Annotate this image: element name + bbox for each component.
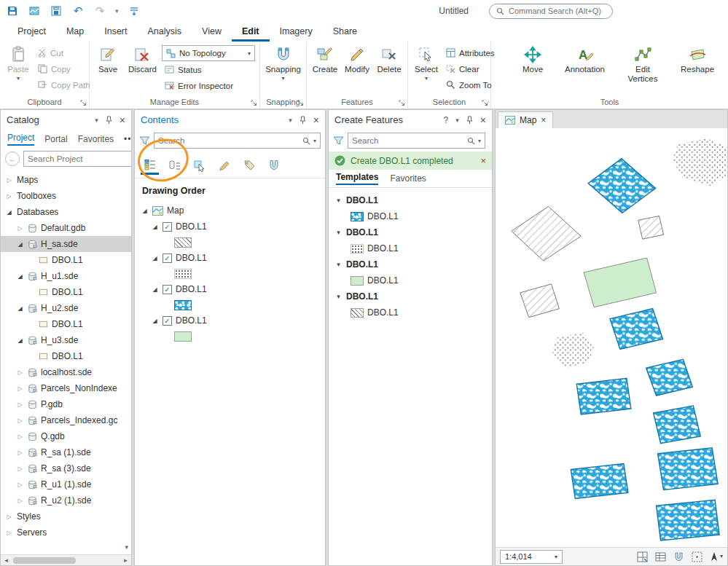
filter-icon[interactable] bbox=[139, 135, 150, 146]
catalog-search-input[interactable] bbox=[28, 154, 132, 163]
symbol-swatch-dots[interactable] bbox=[174, 269, 192, 279]
redo-icon[interactable]: ↷ bbox=[93, 4, 106, 17]
search-dropdown-icon[interactable]: ▾ bbox=[478, 138, 481, 144]
create-features-search-input[interactable] bbox=[352, 136, 464, 145]
template-item[interactable]: DBO.L1 bbox=[329, 304, 492, 321]
map-view-tab[interactable]: Map × bbox=[498, 111, 553, 128]
catalog-tree-item[interactable]: ▷Q.gdb bbox=[1, 428, 131, 444]
contents-layer-item[interactable]: ◢✓DBO.L1 bbox=[135, 250, 325, 266]
catalog-tree-item[interactable]: ◢Databases bbox=[1, 204, 131, 220]
reshape-tool-button[interactable]: Reshape bbox=[677, 44, 718, 74]
symbol-swatch-camo[interactable] bbox=[174, 300, 192, 310]
tab-edit[interactable]: Edit bbox=[232, 22, 270, 42]
clipboard-dialog-launcher-icon[interactable] bbox=[80, 100, 87, 106]
map-feature-hatch[interactable] bbox=[520, 284, 560, 318]
map-feature-camo[interactable] bbox=[588, 159, 655, 213]
tree-expander-icon[interactable]: ◢ bbox=[16, 305, 24, 312]
template-group[interactable]: ▾DBO.L1 bbox=[329, 256, 492, 272]
list-by-data-source-icon[interactable] bbox=[165, 156, 184, 175]
catalog-tree-item[interactable]: ◢H_u1.sde bbox=[1, 268, 131, 284]
catalog-tree-item[interactable]: DBO.L1 bbox=[1, 252, 131, 268]
list-by-selection-icon[interactable] bbox=[190, 156, 208, 175]
template-item[interactable]: DBO.L1 bbox=[329, 208, 492, 224]
catalog-tree-item[interactable]: ◢H_sa.sde bbox=[1, 236, 131, 252]
pin-icon[interactable] bbox=[300, 116, 306, 125]
manage-edits-dialog-launcher-icon[interactable] bbox=[251, 100, 257, 106]
map-feature-green[interactable] bbox=[584, 258, 656, 307]
tree-expander-icon[interactable]: ◢ bbox=[151, 318, 159, 324]
select-dropdown-icon[interactable]: ▾ bbox=[425, 76, 428, 81]
snapping-dialog-launcher-icon[interactable] bbox=[297, 100, 304, 106]
create-button[interactable]: Create bbox=[310, 44, 340, 74]
scroll-right-icon[interactable]: ▸ bbox=[120, 557, 131, 564]
symbol-swatch-green[interactable] bbox=[174, 331, 192, 342]
catalog-tree-item[interactable]: ▷P.gdb bbox=[1, 396, 131, 412]
tree-expander-icon[interactable]: ▷ bbox=[16, 498, 24, 504]
back-icon[interactable]: ← bbox=[5, 152, 20, 166]
status-button[interactable]: Status bbox=[162, 62, 255, 77]
list-by-editing-icon[interactable] bbox=[215, 156, 233, 175]
paste-dropdown-icon[interactable]: ▾ bbox=[17, 76, 20, 81]
map-feature-camo[interactable] bbox=[646, 359, 693, 396]
pin-icon[interactable] bbox=[466, 116, 473, 125]
tree-expander-icon[interactable]: ▾ bbox=[334, 197, 343, 204]
move-tool-button[interactable]: Move bbox=[517, 44, 548, 74]
scale-dropdown-icon[interactable]: ▾ bbox=[555, 554, 557, 560]
map-feature-dots[interactable] bbox=[672, 138, 727, 186]
clear-selection-button[interactable]: Clear bbox=[443, 61, 498, 76]
tab-share[interactable]: Share bbox=[323, 22, 367, 42]
dismiss-notification-icon[interactable]: × bbox=[480, 155, 486, 166]
save-icon[interactable] bbox=[50, 4, 63, 17]
tree-expander-icon[interactable]: ◢ bbox=[5, 209, 13, 216]
catalog-tree-item[interactable]: ▷R_u1 (1).sde bbox=[1, 476, 131, 492]
map-canvas[interactable] bbox=[496, 128, 727, 547]
tree-expander-icon[interactable]: ◢ bbox=[151, 255, 159, 262]
contents-layer-item[interactable]: ◢✓DBO.L1 bbox=[135, 219, 325, 235]
tab-map[interactable]: Map bbox=[56, 22, 94, 42]
catalog-tree-item[interactable]: ▷R_sa (3).sde bbox=[1, 460, 131, 476]
more-tabs-icon[interactable]: ••• bbox=[124, 134, 132, 144]
attributes-button[interactable]: Attributes bbox=[443, 45, 498, 60]
tab-view[interactable]: View bbox=[192, 22, 232, 42]
tree-expander-icon[interactable]: ◢ bbox=[16, 273, 24, 280]
command-search-input[interactable] bbox=[509, 7, 612, 15]
tree-expander-icon[interactable]: ◢ bbox=[151, 224, 159, 230]
save-edits-button[interactable]: Save bbox=[93, 44, 123, 74]
catalog-search-box[interactable]: ▾ bbox=[23, 151, 132, 167]
delete-button[interactable]: Delete bbox=[374, 44, 404, 74]
catalog-tree-item[interactable]: ▷Maps bbox=[1, 172, 131, 188]
map-feature-camo[interactable] bbox=[571, 464, 628, 499]
layer-visibility-checkbox[interactable]: ✓ bbox=[163, 285, 172, 294]
template-group[interactable]: ▾DBO.L1 bbox=[329, 192, 492, 208]
copy-path-button[interactable]: Copy Path bbox=[35, 77, 93, 93]
tab-imagery[interactable]: Imagery bbox=[270, 22, 323, 42]
topology-dropdown-icon[interactable]: ▾ bbox=[248, 50, 251, 57]
catalog-tree-item[interactable]: ▷Parcels_NonIndexe bbox=[1, 380, 131, 396]
zoom-to-button[interactable]: Zoom To bbox=[443, 77, 498, 93]
list-by-labeling-icon[interactable] bbox=[240, 156, 258, 175]
map-feature-hatch[interactable] bbox=[512, 206, 581, 261]
map-feature-camo[interactable] bbox=[576, 378, 631, 414]
catalog-tree-item[interactable]: ▷R_u2 (1).sde bbox=[1, 492, 131, 508]
help-icon[interactable]: ? bbox=[444, 116, 449, 125]
filter-icon[interactable] bbox=[333, 135, 344, 146]
tree-expander-icon[interactable]: ▾ bbox=[334, 261, 343, 268]
selection-dialog-launcher-icon[interactable] bbox=[482, 100, 488, 106]
north-arrow-icon[interactable]: ▾ bbox=[710, 551, 723, 562]
map-feature-hatch[interactable] bbox=[638, 216, 664, 239]
cut-button[interactable]: Cut bbox=[35, 45, 93, 60]
template-item[interactable]: DBO.L1 bbox=[329, 272, 492, 288]
tab-analysis[interactable]: Analysis bbox=[138, 22, 192, 42]
table-grid-icon[interactable] bbox=[655, 551, 666, 562]
scale-combobox[interactable]: 1:4,014 ▾ bbox=[500, 550, 563, 564]
undo-history-dropdown-icon[interactable]: ▾ bbox=[115, 7, 119, 15]
catalog-tree-item[interactable]: DBO.L1 bbox=[1, 316, 131, 332]
catalog-tab-project[interactable]: Project bbox=[7, 133, 34, 146]
manage-templates-icon[interactable] bbox=[492, 135, 493, 146]
tab-templates[interactable]: Templates bbox=[336, 172, 378, 185]
tree-expander-icon[interactable]: ▷ bbox=[5, 514, 13, 520]
paste-button[interactable]: Paste ▾ bbox=[3, 44, 34, 81]
tree-expander-icon[interactable]: ▷ bbox=[16, 465, 24, 472]
catalog-tab-favorites[interactable]: Favorites bbox=[78, 134, 114, 144]
scrollbar-thumb[interactable] bbox=[13, 557, 76, 564]
